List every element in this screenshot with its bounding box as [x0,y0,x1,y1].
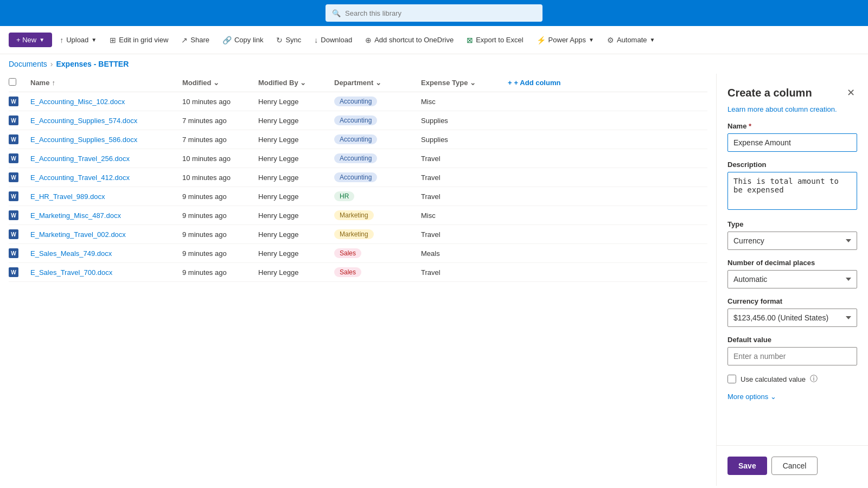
download-button[interactable]: ↓ Download [309,33,358,48]
sync-icon: ↻ [276,36,283,44]
upload-button[interactable]: ↑ Upload ▼ [54,33,102,48]
power-apps-icon: ⚡ [537,36,546,44]
breadcrumb-separator: › [50,60,53,68]
close-panel-button[interactable]: ✕ [845,85,857,101]
word-icon: W [9,191,18,201]
department-badge: Sales [334,267,361,277]
panel-title: Create a column [727,87,812,99]
modified-by: Henry Legge [258,268,334,277]
search-box[interactable]: 🔍 [326,4,542,22]
file-name[interactable]: E_Accounting_Misc_102.docx [30,98,182,106]
department-badge: Accounting [334,134,377,144]
row-checkbox: W [9,267,30,277]
modified-time: 9 minutes ago [182,230,258,239]
file-name[interactable]: E_Accounting_Supplies_586.docx [30,136,182,144]
power-apps-button[interactable]: ⚡ Power Apps ▼ [531,33,599,48]
type-field-group: Type Currency Single line of text Number… [727,220,857,250]
file-list: Name ↑ Modified ⌄ Modified By ⌄ Departme… [0,74,716,486]
add-shortcut-button[interactable]: ⊕ Add shortcut to OneDrive [360,33,459,48]
file-type-icon: W [9,172,30,182]
default-value-input[interactable] [727,347,857,365]
file-name[interactable]: E_Marketing_Travel_002.docx [30,230,182,239]
chevron-down-icon: ▼ [650,37,655,43]
search-input[interactable] [345,9,536,17]
export-excel-button[interactable]: ⊠ Export to Excel [461,33,528,48]
file-name[interactable]: E_Marketing_Misc_487.docx [30,211,182,220]
modified-by: Henry Legge [258,230,334,239]
decimal-field-group: Number of decimal places Automatic 0 1 2… [727,259,857,288]
name-input[interactable] [727,133,857,152]
department-badge: Accounting [334,172,377,182]
sort-icon: ↑ [52,79,55,87]
cancel-button[interactable]: Cancel [771,457,818,475]
automate-button[interactable]: ⚙ Automate ▼ [602,33,661,48]
department-cell: HR [334,191,421,201]
description-textarea[interactable]: This is total amount to be expensed [727,172,857,210]
col-header-department[interactable]: Department ⌄ [334,79,421,87]
row-checkbox: W [9,97,30,106]
toolbar: + New ▼ ↑ Upload ▼ ⊞ Edit in grid view ↗… [0,26,868,54]
department-cell: Accounting [334,153,421,163]
expense-type-cell: Meals [421,249,508,258]
word-icon: W [9,248,18,258]
col-header-modified-by[interactable]: Modified By ⌄ [258,79,334,87]
modified-time: 9 minutes ago [182,211,258,220]
filter-icon: ⌄ [300,79,306,87]
modified-time: 7 minutes ago [182,136,258,144]
save-button[interactable]: Save [727,457,767,475]
file-name[interactable]: E_Accounting_Travel_412.docx [30,174,182,182]
modified-time: 10 minutes ago [182,98,258,106]
row-checkbox: W [9,229,30,239]
filter-icon: ⌄ [375,79,381,87]
file-name[interactable]: E_Accounting_Travel_256.docx [30,155,182,163]
learn-more-link[interactable]: Learn more about column creation. [717,105,868,122]
more-options-button[interactable]: More options ⌄ [727,393,776,401]
breadcrumb-parent[interactable]: Documents [9,60,47,68]
calculated-value-label: Use calculated value [741,375,806,383]
copy-link-button[interactable]: 🔗 Copy link [217,33,269,48]
shortcut-icon: ⊕ [365,36,372,44]
table-row: W E_HR_Travel_989.docx 9 minutes ago Hen… [9,187,707,206]
name-field-group: Name * [727,122,857,152]
col-header-expense-type[interactable]: Expense Type ⌄ [421,79,508,87]
type-select[interactable]: Currency Single line of text Number Date… [727,232,857,250]
table-header: Name ↑ Modified ⌄ Modified By ⌄ Departme… [9,74,707,92]
expense-type-cell: Misc [421,98,508,106]
edit-grid-button[interactable]: ⊞ Edit in grid view [104,33,174,48]
currency-format-select[interactable]: $123,456.00 (United States) [727,309,857,327]
table-row: W E_Accounting_Travel_256.docx 10 minute… [9,149,707,168]
new-button-label: + New [16,36,36,44]
word-icon: W [9,172,18,182]
upload-icon: ↑ [60,36,63,44]
search-icon: 🔍 [332,9,341,17]
share-button[interactable]: ↗ Share [176,33,215,48]
panel-footer: Save Cancel [717,445,868,486]
table-row: W E_Accounting_Travel_412.docx 10 minute… [9,168,707,187]
calculated-value-checkbox[interactable] [727,375,736,383]
row-checkbox: W [9,134,30,144]
description-field-group: Description This is total amount to be e… [727,160,857,211]
modified-time: 10 minutes ago [182,174,258,182]
filter-icon: ⌄ [213,79,219,87]
description-label: Description [727,160,857,169]
file-name[interactable]: E_HR_Travel_989.docx [30,192,182,201]
file-name[interactable]: E_Accounting_Supplies_574.docx [30,117,182,125]
word-icon: W [9,153,18,163]
file-name[interactable]: E_Sales_Meals_749.docx [30,249,182,258]
info-icon[interactable]: ⓘ [810,374,818,384]
row-checkbox: W [9,248,30,258]
select-all-checkbox[interactable] [9,78,16,86]
decimal-select[interactable]: Automatic 0 1 2 3 4 5 [727,270,857,288]
file-type-icon: W [9,210,30,220]
filter-icon: ⌄ [470,79,476,87]
word-icon: W [9,267,18,277]
col-header-modified[interactable]: Modified ⌄ [182,79,258,87]
sync-button[interactable]: ↻ Sync [271,33,307,48]
new-button[interactable]: + New ▼ [9,33,52,47]
required-indicator: * [746,122,751,130]
header-checkbox [9,78,30,87]
add-column-button[interactable]: + + Add column [508,79,573,87]
word-icon: W [9,134,18,144]
col-header-name[interactable]: Name ↑ [30,79,182,87]
file-name[interactable]: E_Sales_Travel_700.docx [30,268,182,277]
